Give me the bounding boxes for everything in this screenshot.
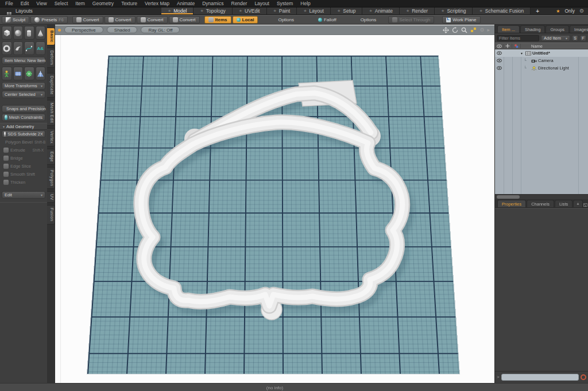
convert-button-1[interactable]: Convert xyxy=(72,16,103,24)
item-list-hscrollbar[interactable] xyxy=(495,194,588,199)
select-through-button[interactable]: Select Through xyxy=(388,16,434,24)
tab-schematic-fusion[interactable]: ★Schematic Fusion xyxy=(473,7,531,14)
eye-icon[interactable] xyxy=(495,59,504,63)
item-row-camera[interactable]: └ Camera xyxy=(495,57,588,64)
tool-extrude[interactable]: ExtrudeShift-X xyxy=(2,146,45,154)
primitive-sphere-button[interactable] xyxy=(13,26,24,40)
menu-texture[interactable]: Texture xyxy=(121,1,137,6)
menu-vertex-map[interactable]: Vertex Map xyxy=(145,1,169,6)
tab-paint[interactable]: ★Paint xyxy=(267,7,297,14)
command-input[interactable] xyxy=(501,374,579,381)
menu-item[interactable]: Item xyxy=(75,1,85,6)
options-button-1[interactable]: Options xyxy=(274,16,298,24)
snaps-precision-button[interactable]: Snaps and Precision xyxy=(2,105,45,113)
cookie-cutter-mesh[interactable] xyxy=(55,35,494,383)
vtab-mesh-edit[interactable]: Mesh Edit xyxy=(47,100,55,126)
menu-animate[interactable]: Animate xyxy=(177,1,195,6)
scope-button[interactable]: S xyxy=(572,35,578,41)
menu-select[interactable]: Select xyxy=(55,1,68,6)
more-transforms-dropdown[interactable]: More Transforms▾ xyxy=(2,82,45,90)
menu-help[interactable]: Help xyxy=(300,1,310,6)
primitive-cylinder-button[interactable] xyxy=(24,26,34,40)
primitive-cone-button[interactable] xyxy=(36,26,46,40)
add-geometry-section-header[interactable]: ▾Add Geometry xyxy=(0,123,47,130)
vtab-fusion[interactable]: Fusion xyxy=(47,205,55,224)
tool-smooth-shift[interactable]: Smooth Shift xyxy=(2,171,45,178)
add-item-dropdown[interactable]: Add Item▾ xyxy=(541,35,570,41)
vtab-deform[interactable]: Deform xyxy=(47,48,55,68)
viewport-canvas[interactable] xyxy=(55,35,494,383)
menu-layout[interactable]: Layout xyxy=(254,1,269,6)
mesh-constraints-button[interactable]: Mesh Constraints xyxy=(2,114,45,121)
primitive-cube-button[interactable] xyxy=(2,26,12,40)
vtab-polygon[interactable]: Polygon xyxy=(47,167,55,189)
mesh-item-button[interactable] xyxy=(24,67,34,80)
tab-properties[interactable]: Properties xyxy=(497,200,526,207)
pan-icon[interactable] xyxy=(443,27,449,33)
orbit-icon[interactable] xyxy=(452,27,458,33)
center-selected-dropdown[interactable]: Center Selected▾ xyxy=(2,91,45,98)
vtab-basic[interactable]: Basic xyxy=(47,28,55,45)
filter-items-input[interactable] xyxy=(497,35,539,41)
tool-sds-subdivide[interactable]: SDS Subdivide 2X xyxy=(2,130,45,138)
curve-tool-button[interactable] xyxy=(24,41,34,55)
triangulated-plane-button[interactable] xyxy=(36,67,46,80)
expand-panel-icon[interactable]: ◱ xyxy=(583,202,588,207)
convert-button-4[interactable]: Convert xyxy=(169,16,200,24)
tool-bridge[interactable]: Bridge xyxy=(2,154,45,162)
menu-view[interactable]: View xyxy=(36,1,47,6)
zoom-icon[interactable] xyxy=(461,27,467,33)
vtab-vertex[interactable]: Vertex xyxy=(47,128,55,146)
falloff-button[interactable]: Falloff xyxy=(314,16,341,24)
menu-edit[interactable]: Edit xyxy=(21,1,29,6)
tab-shading[interactable]: Shading xyxy=(520,25,546,33)
text-tool-button[interactable]: A& xyxy=(36,41,46,55)
tab-item-list[interactable]: Item ... xyxy=(497,25,520,33)
3d-viewport[interactable]: Perspective Shaded Ray GL: Off ⚙ ▸ xyxy=(55,25,494,383)
convert-button-2[interactable]: Convert xyxy=(105,16,136,24)
item-row-untitled[interactable]: ▾ Untitled* xyxy=(495,49,588,57)
figure-item-button[interactable] xyxy=(2,67,12,80)
tab-scripting[interactable]: ★Scripting xyxy=(435,7,473,14)
camera-mode-dropdown[interactable]: Perspective xyxy=(64,26,103,33)
work-plane-button[interactable]: Work Plane xyxy=(442,16,480,24)
layout-split-icon[interactable] xyxy=(470,27,477,33)
edit-dropdown[interactable]: Edit▾ xyxy=(2,191,45,199)
item-row-directional-light[interactable]: └ Directional Light xyxy=(495,64,588,72)
tab-model[interactable]: ★Model xyxy=(161,7,194,14)
menu-dynamics[interactable]: Dynamics xyxy=(202,1,223,6)
eye-icon[interactable] xyxy=(495,66,504,70)
viewport-gear-icon[interactable]: ⚙ xyxy=(479,27,484,33)
item-list[interactable]: ▾ Untitled* └ Camera └ Directional Light xyxy=(495,49,588,194)
vtab-edge[interactable]: Edge xyxy=(47,149,55,165)
primitive-shell-button[interactable] xyxy=(13,41,24,55)
tool-polygon-bevel[interactable]: Polygon BevelShift-B xyxy=(2,138,45,146)
viewport-expand-icon[interactable]: ▸ xyxy=(487,27,490,33)
tool-edge-slice[interactable]: Edge Slice xyxy=(2,162,45,170)
tab-topology[interactable]: ★Topology xyxy=(194,7,232,14)
local-mode-button[interactable]: Local xyxy=(233,16,258,24)
eye-icon[interactable] xyxy=(495,51,504,55)
tab-images[interactable]: Images xyxy=(570,25,588,33)
shading-mode-dropdown[interactable]: Shaded xyxy=(107,26,138,33)
tab-animate[interactable]: ★Animate xyxy=(362,7,399,14)
only-toggle[interactable]: Only xyxy=(564,8,574,14)
tab-render[interactable]: ★Render xyxy=(400,7,435,14)
tab-lists[interactable]: Lists xyxy=(555,200,572,207)
menu-geometry[interactable]: Geometry xyxy=(92,1,114,6)
convert-button-3[interactable]: Convert xyxy=(137,16,168,24)
presets-button[interactable]: PresetsF6 xyxy=(30,16,67,24)
items-mode-button[interactable]: Items xyxy=(204,16,231,24)
menu-render[interactable]: Render xyxy=(231,1,247,6)
tab-uvedit[interactable]: ★UVEdit xyxy=(233,7,267,14)
menu-system[interactable]: System xyxy=(277,1,293,6)
layouts-group[interactable]: Layouts xyxy=(0,7,161,14)
scrollbar-thumb[interactable] xyxy=(497,195,520,199)
vtab-duplicate[interactable]: Duplicate xyxy=(47,73,55,98)
sculpt-button[interactable]: Sculpt xyxy=(2,16,29,24)
options-button-2[interactable]: Options xyxy=(357,16,381,24)
add-tab-button[interactable]: + xyxy=(531,7,544,14)
tool-thicken[interactable]: Thicken xyxy=(2,179,45,186)
item-menu-dropdown[interactable]: Item Menu: New Item▾ xyxy=(2,57,45,64)
menu-file[interactable]: File xyxy=(5,1,13,6)
